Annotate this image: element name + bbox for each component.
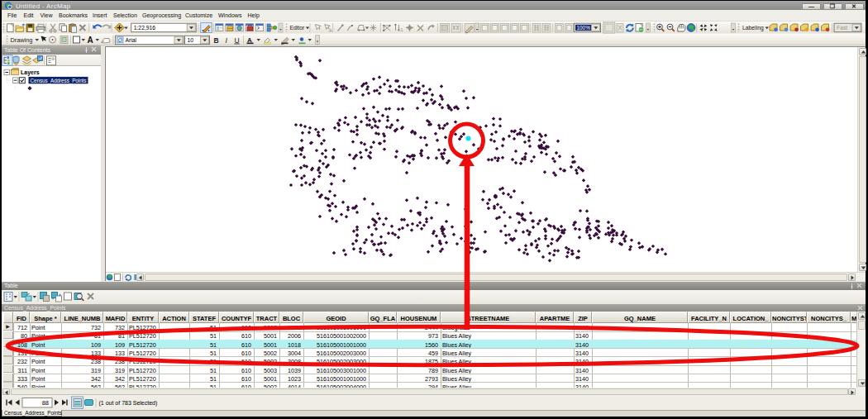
svg-text:A: A bbox=[329, 28, 332, 33]
svg-text:Fast: Fast bbox=[837, 25, 847, 31]
svg-text:10: 10 bbox=[188, 37, 194, 43]
svg-text:Arial: Arial bbox=[126, 37, 137, 43]
svg-text:B: B bbox=[214, 36, 219, 45]
svg-text:88: 88 bbox=[42, 399, 49, 407]
svg-text:U: U bbox=[235, 36, 240, 45]
svg-text:I: I bbox=[226, 36, 228, 45]
svg-text:Labeling: Labeling bbox=[742, 25, 764, 31]
svg-text:1:22,916: 1:22,916 bbox=[134, 25, 156, 31]
svg-text:Editor: Editor bbox=[290, 25, 305, 31]
svg-text:(1 out of 783 Selected): (1 out of 783 Selected) bbox=[99, 400, 158, 407]
svg-text:100%: 100% bbox=[577, 25, 591, 31]
svg-text:A: A bbox=[247, 36, 252, 44]
svg-text:1: 1 bbox=[401, 27, 403, 32]
svg-text:A: A bbox=[88, 36, 93, 45]
svg-text:Drawing: Drawing bbox=[11, 36, 33, 44]
svg-text:O: O bbox=[118, 37, 122, 43]
